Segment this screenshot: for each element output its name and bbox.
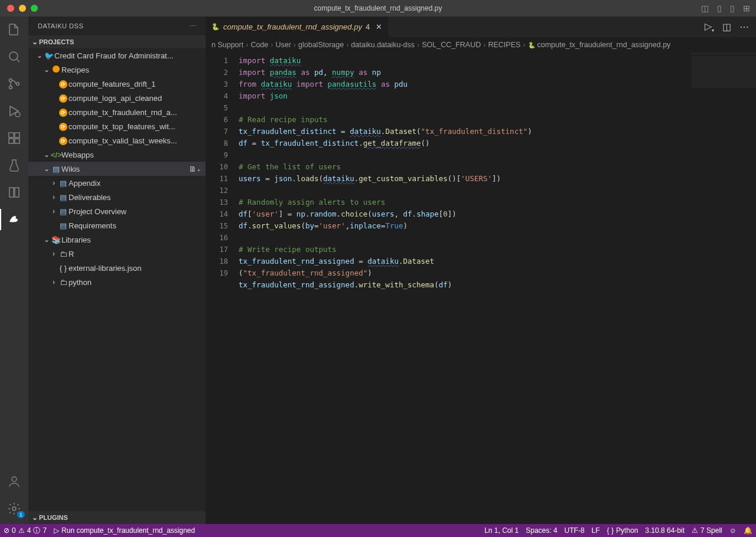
window-title: compute_tx_fraudulent_rnd_assigned.py — [314, 4, 442, 12]
book-icon[interactable] — [7, 185, 21, 199]
close-tab-icon[interactable]: ✕ — [376, 22, 382, 31]
breadcrumbs[interactable]: n Support› Code› User› globalStorage› da… — [206, 37, 756, 53]
wiki-item[interactable]: ›▤Project Overview — [28, 204, 206, 218]
feedback-icon[interactable]: ☺ — [726, 526, 740, 535]
svg-point-9 — [12, 477, 17, 482]
new-file-icon[interactable]: 🗎₊ — [189, 165, 201, 173]
source-control-icon[interactable] — [7, 77, 21, 91]
editor-more-icon[interactable]: ⋯ — [739, 21, 749, 32]
activity-bar: 1 — [0, 17, 28, 524]
warning-icon: ⚠ — [692, 526, 698, 535]
warning-icon: ⚠ — [18, 526, 25, 535]
editor-body[interactable]: 12345678910111213141516171819 import dat… — [206, 53, 756, 524]
account-icon[interactable] — [7, 474, 21, 489]
library-item[interactable]: ›🗀R — [28, 247, 206, 261]
svg-point-3 — [17, 83, 19, 86]
chevron-down-icon: ⌄ — [43, 235, 51, 244]
notifications-icon[interactable]: 🔔 — [740, 526, 756, 535]
project-root[interactable]: ⌄ 🐦 Credit Card Fraud for Administrat... — [28, 48, 206, 63]
bird-icon: 🐦 — [44, 51, 54, 60]
problems-status[interactable]: ⊘0 ⚠4 ⓘ7 — [0, 524, 50, 537]
svg-rect-5 — [9, 133, 14, 137]
recipe-icon: ⟳ — [58, 136, 69, 145]
svg-point-4 — [15, 112, 20, 117]
python-icon: 🐍 — [211, 23, 220, 31]
spell-status[interactable]: ⚠7 Spell — [688, 526, 726, 535]
projects-tree: ⌄ 🐦 Credit Card Fraud for Administrat...… — [28, 48, 206, 511]
recipe-item[interactable]: ⟳compute_logs_api_cleaned — [28, 91, 206, 105]
line-numbers: 12345678910111213141516171819 — [206, 53, 239, 524]
testing-icon[interactable] — [7, 158, 21, 172]
dataiku-icon[interactable] — [7, 212, 21, 227]
recipes-label: Recipes — [61, 66, 89, 74]
search-icon[interactable] — [7, 50, 21, 64]
chevron-down-icon: ⌄ — [43, 165, 51, 173]
toggle-panel-icon[interactable]: ◫ — [701, 4, 709, 13]
python-interpreter[interactable]: 3.10.8 64-bit — [641, 526, 688, 535]
encoding-status[interactable]: UTF-8 — [561, 526, 588, 535]
page-icon: ▤ — [58, 179, 69, 188]
libraries-folder[interactable]: ⌄ 📚 Libraries — [28, 233, 206, 247]
section-plugins[interactable]: ⌄ PLUGINS — [28, 511, 206, 524]
recipes-folder[interactable]: ⌄ Recipes — [28, 63, 206, 77]
minimize-window-button[interactable] — [19, 5, 26, 12]
settings-gear-icon[interactable]: 1 — [7, 502, 21, 516]
recipe-item[interactable]: ⟳compute_tx_valid_last_weeks... — [28, 133, 206, 148]
sidebar-more-icon[interactable]: ⋯ — [190, 22, 197, 30]
minimap[interactable] — [691, 53, 756, 524]
project-name: Credit Card Fraud for Administrat... — [54, 51, 174, 60]
libraries-icon: 📚 — [51, 235, 61, 244]
split-editor-icon[interactable]: ◫ — [722, 21, 731, 32]
editor-tabs: 🐍 compute_tx_fraudulent_rnd_assigned.py … — [206, 17, 756, 37]
run-debug-icon[interactable] — [7, 104, 21, 118]
cursor-position[interactable]: Ln 1, Col 1 — [481, 526, 522, 535]
toggle-sidebar-right-icon[interactable]: ▯ — [730, 4, 735, 13]
extensions-icon[interactable] — [7, 131, 21, 145]
book-icon: ▤ — [51, 165, 61, 173]
wiki-item[interactable]: ▤Requirements — [28, 218, 206, 233]
wiki-item[interactable]: ›▤Appendix — [28, 176, 206, 190]
sidebar-title-row: DATAIKU DSS ⋯ — [28, 17, 206, 35]
svg-point-0 — [9, 52, 18, 60]
recipe-icon: ⟳ — [58, 107, 69, 117]
toggle-sidebar-left-icon[interactable]: ▯ — [717, 4, 722, 13]
wikis-folder[interactable]: ⌄ ▤ Wikis 🗎₊ — [28, 162, 206, 176]
maximize-window-button[interactable] — [31, 5, 38, 12]
run-status[interactable]: ▷ Run compute_tx_fraudulent_rnd_assigned — [50, 524, 198, 537]
webapps-folder[interactable]: ⌄ </> Webapps — [28, 148, 206, 162]
recipes-icon — [51, 66, 61, 74]
chevron-right-icon: › — [50, 250, 58, 258]
error-icon: ⊘ — [4, 526, 9, 535]
customize-layout-icon[interactable]: ⊞ — [743, 4, 750, 13]
wiki-item[interactable]: ›▤Deliverables — [28, 190, 206, 204]
editor-tab[interactable]: 🐍 compute_tx_fraudulent_rnd_assigned.py … — [206, 17, 389, 37]
language-mode[interactable]: { }Python — [604, 526, 642, 535]
close-window-button[interactable] — [7, 5, 14, 12]
section-projects[interactable]: ⌄ PROJECTS — [28, 35, 206, 48]
settings-badge: 1 — [17, 511, 25, 518]
section-projects-label: PROJECTS — [39, 38, 74, 45]
play-icon: ▷ — [54, 526, 59, 535]
code-content[interactable]: import dataiku import pandas as pd, nump… — [239, 53, 691, 524]
explorer-icon[interactable] — [7, 22, 21, 37]
indentation-status[interactable]: Spaces: 4 — [522, 526, 561, 535]
eol-status[interactable]: LF — [588, 526, 604, 535]
run-file-icon[interactable]: ▷▾ — [705, 21, 714, 33]
python-icon: 🐍 — [528, 42, 535, 48]
info-icon: ⓘ — [33, 526, 40, 536]
svg-point-1 — [9, 79, 12, 82]
svg-point-10 — [12, 507, 16, 510]
library-item[interactable]: ›🗀python — [28, 275, 206, 289]
recipe-item[interactable]: ⟳compute_tx_top_features_wit... — [28, 119, 206, 133]
recipe-icon: ⟳ — [58, 79, 69, 89]
svg-rect-6 — [15, 133, 19, 137]
recipe-icon: ⟳ — [58, 122, 69, 131]
library-item[interactable]: { }external-libraries.json — [28, 261, 206, 275]
recipe-item[interactable]: ⟳compute_tx_fraudulent_rnd_a... — [28, 105, 206, 119]
tab-filename: compute_tx_fraudulent_rnd_assigned.py — [223, 22, 362, 31]
editor-area: 🐍 compute_tx_fraudulent_rnd_assigned.py … — [206, 17, 756, 524]
sidebar: DATAIKU DSS ⋯ ⌄ PROJECTS ⌄ 🐦 Credit Card… — [28, 17, 206, 524]
webapps-label: Webapps — [61, 150, 94, 159]
window-controls — [7, 5, 38, 12]
recipe-item[interactable]: ⟳compute_features_drift_1 — [28, 77, 206, 91]
